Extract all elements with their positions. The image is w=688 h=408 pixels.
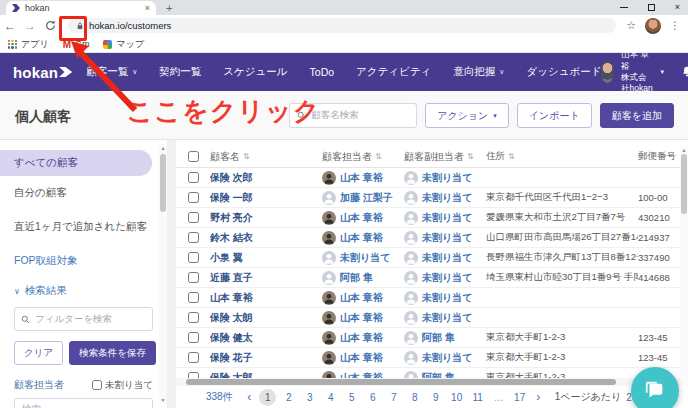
sort-icon[interactable]: ⇅	[243, 152, 250, 161]
row-checkbox[interactable]	[188, 212, 199, 223]
table-row[interactable]: 野村 亮介 山本 章裕 未割り当て 愛媛県東大和市土沢2丁目7番7号 43021…	[176, 208, 680, 228]
table-row[interactable]: 山本 章裕 山本 章裕 未割り当て	[176, 288, 680, 308]
scroll-up-icon[interactable]: ▲	[680, 147, 688, 153]
new-tab-button[interactable]: +	[166, 2, 172, 14]
page-number[interactable]: 6	[364, 389, 381, 406]
table-row[interactable]: 保険 太朗 山本 章裕 未割り当て	[176, 308, 680, 328]
rep-name[interactable]: 山本 章裕	[340, 371, 383, 379]
customer-name-link[interactable]: 小泉 翼	[210, 251, 322, 265]
page-number[interactable]: 1	[259, 389, 276, 406]
scroll-down-icon[interactable]: ▼	[159, 397, 167, 403]
row-checkbox[interactable]	[188, 352, 199, 363]
sub-rep-name[interactable]: 未割り当て	[422, 291, 472, 305]
search-results-section[interactable]: ∨ 検索結果	[0, 278, 167, 302]
prev-page-button[interactable]: ‹	[243, 390, 255, 404]
sort-icon[interactable]: ⇅	[508, 152, 515, 161]
rep-name[interactable]: 山本 章裕	[340, 331, 383, 345]
page-number[interactable]: 5	[343, 389, 360, 406]
rep-name[interactable]: 阿部 隼	[340, 271, 373, 285]
scrollbar-thumb[interactable]	[681, 154, 687, 214]
window-close-button[interactable]: ×	[675, 3, 680, 12]
sub-rep-name[interactable]: 未割り当て	[422, 211, 472, 225]
sort-icon[interactable]: ⇅	[375, 152, 382, 161]
notifications-button[interactable]	[680, 65, 688, 79]
page-number[interactable]: 8	[406, 389, 423, 406]
browser-menu-icon[interactable]: ⋮	[670, 20, 680, 31]
customer-name-link[interactable]: 山本 章裕	[210, 291, 322, 305]
sub-rep-name[interactable]: 阿部 隼	[422, 371, 455, 379]
row-checkbox[interactable]	[188, 292, 199, 303]
rep-name[interactable]: 山本 章裕	[340, 291, 383, 305]
table-row[interactable]: 近藤 直子 阿部 隼 未割り当て 埼玉県東村山市睦30丁目1番9号 手岡パ… 4…	[176, 268, 680, 288]
bookmark-star-icon[interactable]: ☆	[626, 19, 636, 32]
table-row[interactable]: 保険 花子 山本 章裕 未割り当て 東京都大手町1-2-3 123-45	[176, 348, 680, 368]
table-row[interactable]: 保険 一郎 加藤 江梨子 未割り当て 東京都千代田区千代田1−2−3 100-0…	[176, 188, 680, 208]
page-number[interactable]: 7	[385, 389, 402, 406]
scroll-up-icon[interactable]: ▲	[159, 145, 167, 151]
menu-item[interactable]: 契約一覧	[159, 65, 201, 79]
customer-name-link[interactable]: 保険 一郎	[210, 191, 322, 205]
column-address[interactable]: 住所⇅	[486, 150, 638, 163]
browser-profile-avatar[interactable]	[645, 18, 661, 34]
menu-item[interactable]: ダッシュボード	[526, 65, 601, 79]
column-postal[interactable]: 郵便番号	[638, 150, 680, 163]
sub-rep-name[interactable]: 未割り当て	[422, 191, 472, 205]
rep-name[interactable]: 未割り当て	[340, 251, 390, 265]
customer-name-link[interactable]: 保険 太朗	[210, 311, 322, 325]
sidebar-item[interactable]: 自分の顧客	[0, 176, 167, 210]
clear-button[interactable]: クリア	[14, 341, 63, 365]
table-row[interactable]: 保険 次郎 山本 章裕 未割り当て	[176, 168, 680, 188]
customer-name-link[interactable]: 近藤 直子	[210, 271, 322, 285]
menu-item[interactable]: スケジュール	[223, 65, 287, 79]
table-row[interactable]: 小泉 翼 未割り当て 未割り当て 長野県福生市津久戸町13丁目8番12号 337…	[176, 248, 680, 268]
menu-item[interactable]: ToDo	[310, 66, 335, 78]
rep-name[interactable]: 山本 章裕	[340, 211, 383, 225]
window-minimize-button[interactable]	[620, 7, 628, 8]
import-button[interactable]: インポート	[517, 103, 592, 128]
page-number[interactable]: 3	[301, 389, 318, 406]
row-checkbox[interactable]	[188, 272, 199, 283]
scrollbar-thumb[interactable]	[186, 379, 616, 385]
rep-name[interactable]: 山本 章裕	[340, 351, 383, 365]
customer-name-link[interactable]: 保険 健太	[210, 331, 322, 345]
table-row[interactable]: 保険 太郎 山本 章裕 阿部 隼 東京都大手町1-2-3 123-45	[176, 368, 680, 378]
sidebar-item-all-customers[interactable]: すべての顧客	[0, 150, 152, 176]
next-page-button[interactable]: ›	[532, 390, 544, 404]
browser-tab[interactable]: hokan ×	[6, 1, 156, 15]
customer-name-link[interactable]: 鈴木 結衣	[210, 231, 322, 245]
action-button[interactable]: アクション ▾	[425, 103, 509, 128]
filter-search-input[interactable]: フィルターを検索	[14, 307, 153, 331]
sub-rep-name[interactable]: 未割り当て	[422, 271, 472, 285]
customer-name-link[interactable]: 保険 花子	[210, 351, 322, 365]
sub-rep-name[interactable]: 未割り当て	[422, 231, 472, 245]
page-number[interactable]: 9	[427, 389, 444, 406]
back-button[interactable]: ←	[0, 19, 20, 33]
sub-rep-name[interactable]: 阿部 隼	[422, 331, 455, 345]
sidebar-item[interactable]: 直近1ヶ月で追加された顧客	[0, 210, 167, 244]
rep-name[interactable]: 山本 章裕	[340, 311, 383, 325]
column-sub-rep[interactable]: 顧客副担当者⇅	[404, 150, 486, 164]
row-checkbox[interactable]	[188, 332, 199, 343]
address-bar[interactable]: hokan.io/customers	[68, 18, 616, 33]
sub-rep-name[interactable]: 未割り当て	[422, 311, 472, 325]
horizontal-scrollbar[interactable]: ◂	[176, 378, 680, 386]
sub-rep-name[interactable]: 未割り当て	[422, 351, 472, 365]
row-checkbox[interactable]	[188, 252, 199, 263]
save-search-button[interactable]: 検索条件を保存	[69, 341, 156, 365]
forward-button[interactable]: →	[20, 19, 40, 33]
page-number[interactable]: 11	[469, 389, 486, 406]
checkbox-input[interactable]	[92, 380, 102, 390]
scrollbar-thumb[interactable]	[160, 154, 166, 212]
reload-button[interactable]	[40, 17, 60, 35]
sub-rep-name[interactable]: 未割り当て	[422, 251, 472, 265]
rep-name[interactable]: 加藤 江梨子	[340, 191, 393, 205]
customer-name-link[interactable]: 保険 次郎	[210, 171, 322, 185]
add-customer-button[interactable]: 顧客を追加	[600, 103, 674, 128]
vertical-scrollbar[interactable]: ▲	[680, 146, 688, 386]
tab-close-icon[interactable]: ×	[145, 4, 150, 13]
row-checkbox[interactable]	[188, 232, 199, 243]
rep-name[interactable]: 山本 章裕	[340, 171, 383, 185]
page-number[interactable]: …	[490, 389, 507, 406]
select-all-checkbox[interactable]	[188, 151, 199, 162]
column-rep[interactable]: 顧客担当者⇅	[322, 150, 404, 164]
